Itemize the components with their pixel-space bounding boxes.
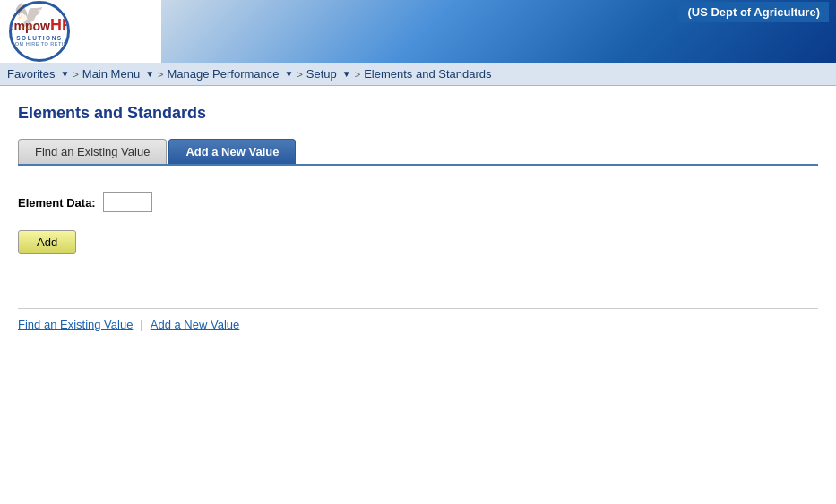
manage-performance-dropdown-icon[interactable]: ▼ <box>284 69 293 79</box>
logo-tagline: FROM HIRE TO RETIRE <box>9 41 70 47</box>
add-button-container: Add <box>18 230 818 254</box>
breadcrumb: Favorites ▼ > Main Menu ▼ > Manage Perfo… <box>0 63 836 86</box>
logo-area: Empow HR SOLUTIONS FROM HIRE TO RETIRE 🦅 <box>0 0 161 63</box>
logo: Empow HR SOLUTIONS FROM HIRE TO RETIRE 🦅 <box>9 0 152 63</box>
breadcrumb-sep-4: > <box>355 69 360 80</box>
tab-add-new[interactable]: Add a New Value <box>168 139 296 164</box>
logo-solutions: SOLUTIONS <box>9 35 70 41</box>
nav-manage-performance[interactable]: Manage Performance ▼ <box>167 67 293 81</box>
page-title: Elements and Standards <box>18 104 818 123</box>
main-menu-dropdown-icon[interactable]: ▼ <box>145 69 154 79</box>
bottom-link-find-existing[interactable]: Find an Existing Value <box>18 318 133 331</box>
bottom-link-add-new[interactable]: Add a New Value <box>151 318 240 331</box>
header-strip: Empow HR SOLUTIONS FROM HIRE TO RETIRE 🦅… <box>0 0 836 63</box>
logo-hr: HR <box>50 16 70 35</box>
element-data-input[interactable] <box>103 192 152 212</box>
bottom-links: Find an Existing Value | Add a New Value <box>18 308 818 331</box>
breadcrumb-sep-2: > <box>158 69 163 80</box>
add-button[interactable]: Add <box>18 230 76 254</box>
nav-main-menu[interactable]: Main Menu ▼ <box>82 67 154 81</box>
tab-find-existing[interactable]: Find an Existing Value <box>18 139 167 164</box>
header-gradient: (US Dept of Agriculture) <box>161 0 836 63</box>
breadcrumb-sep-3: > <box>297 69 302 80</box>
nav-setup[interactable]: Setup ▼ <box>306 67 351 81</box>
setup-dropdown-icon[interactable]: ▼ <box>342 69 351 79</box>
eagle-icon: 🦅 <box>13 2 45 31</box>
breadcrumb-sep-1: > <box>73 69 78 80</box>
nav-favorites[interactable]: Favorites ▼ <box>7 67 69 81</box>
tabs-container: Find an Existing Value Add a New Value <box>18 139 818 166</box>
main-content: Elements and Standards Find an Existing … <box>0 86 836 349</box>
dept-label: (US Dept of Agriculture) <box>678 2 829 22</box>
link-separator: | <box>140 318 142 331</box>
element-data-label: Element Data: <box>18 196 96 209</box>
favorites-dropdown-icon[interactable]: ▼ <box>60 69 69 79</box>
nav-elements-standards: Elements and Standards <box>364 67 491 81</box>
element-data-row: Element Data: <box>18 192 818 212</box>
form-section: Element Data: Add <box>18 184 818 272</box>
